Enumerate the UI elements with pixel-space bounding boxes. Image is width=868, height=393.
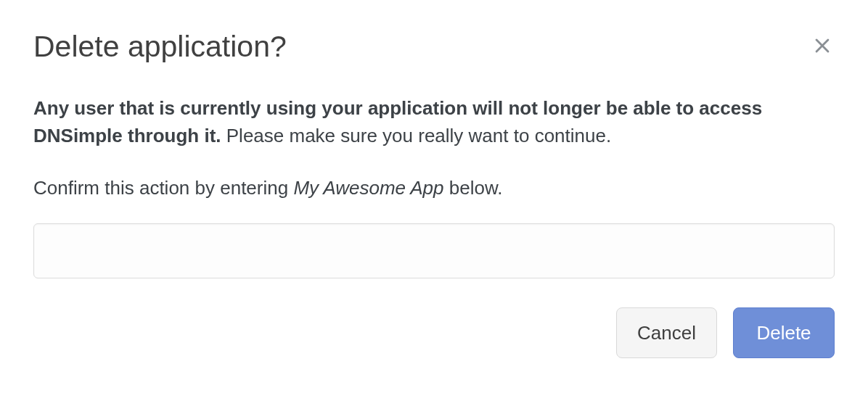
confirm-post: below. <box>444 177 503 199</box>
close-icon <box>810 33 835 58</box>
warning-text: Any user that is currently using your ap… <box>33 95 835 149</box>
delete-application-dialog: Delete application? Any user that is cur… <box>0 0 868 387</box>
dialog-footer: Cancel Delete <box>33 307 835 358</box>
close-button[interactable] <box>810 33 835 58</box>
warning-text-rest: Please make sure you really want to cont… <box>221 125 612 146</box>
dialog-title: Delete application? <box>33 29 287 65</box>
dialog-header: Delete application? <box>33 29 835 65</box>
confirm-pre: Confirm this action by entering <box>33 177 293 199</box>
confirm-input[interactable] <box>33 223 835 278</box>
cancel-button[interactable]: Cancel <box>616 307 717 358</box>
confirm-app-name: My Awesome App <box>293 177 443 199</box>
delete-button[interactable]: Delete <box>733 307 835 358</box>
confirm-instruction: Confirm this action by entering My Aweso… <box>33 175 835 202</box>
